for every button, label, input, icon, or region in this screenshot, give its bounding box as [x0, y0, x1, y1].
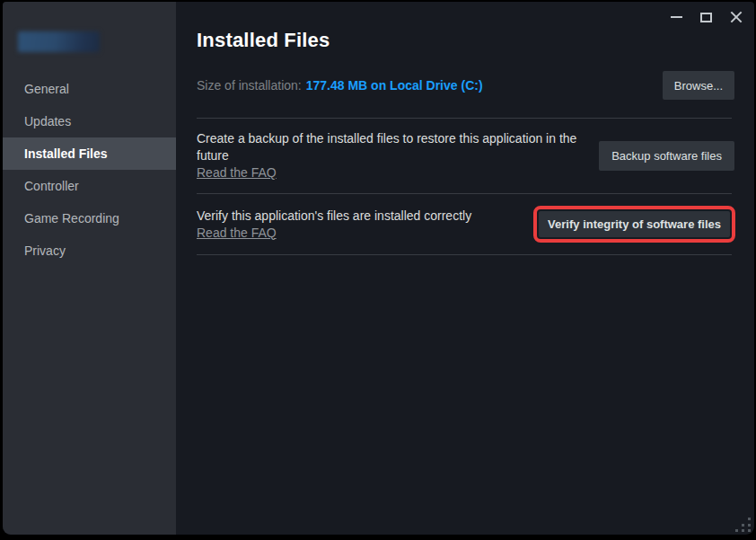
window-controls — [662, 6, 751, 28]
close-icon — [729, 10, 743, 24]
sidebar-item-general[interactable]: General — [3, 73, 176, 105]
backup-row: Create a backup of the installed files t… — [197, 119, 734, 193]
verify-text-block: Verify this application's files are inst… — [197, 208, 471, 242]
verify-faq-link[interactable]: Read the FAQ — [197, 225, 277, 241]
minimize-button[interactable] — [662, 6, 691, 28]
verify-description: Verify this application's files are inst… — [197, 208, 471, 225]
backup-software-files-button[interactable]: Backup software files — [599, 141, 734, 171]
sidebar-item-installed-files[interactable]: Installed Files — [3, 137, 176, 170]
maximize-icon — [700, 13, 712, 22]
maximize-button[interactable] — [691, 6, 721, 28]
main-panel: Installed Files Size of installation: 17… — [176, 2, 754, 535]
minimize-icon — [671, 16, 682, 18]
installed-files-content: Installed Files Size of installation: 17… — [176, 2, 754, 255]
verify-row: Verify this application's files are inst… — [197, 194, 734, 254]
sidebar-item-privacy[interactable]: Privacy — [3, 235, 176, 267]
app-title-redacted — [18, 31, 100, 52]
settings-sidebar: General Updates Installed Files Controll… — [3, 2, 176, 535]
size-label: Size of installation: — [197, 78, 302, 93]
red-annotation-box: Verify integrity of software files — [533, 206, 735, 243]
resize-grip[interactable] — [736, 517, 752, 532]
divider — [197, 254, 732, 255]
sidebar-item-updates[interactable]: Updates — [3, 105, 176, 137]
backup-faq-link[interactable]: Read the FAQ — [197, 164, 277, 181]
sidebar-item-controller[interactable]: Controller — [3, 170, 176, 202]
browse-button[interactable]: Browse... — [663, 71, 734, 100]
app-properties-window: General Updates Installed Files Controll… — [3, 2, 754, 535]
close-button[interactable] — [721, 6, 751, 28]
verify-integrity-button[interactable]: Verify integrity of software files — [539, 211, 730, 237]
page-title: Installed Files — [197, 29, 734, 52]
installation-size-row: Size of installation: 177.48 MB on Local… — [197, 71, 734, 100]
sidebar-item-game-recording[interactable]: Game Recording — [3, 202, 176, 235]
size-value: 177.48 MB on Local Drive (C:) — [306, 78, 483, 93]
backup-text-block: Create a backup of the installed files t… — [197, 130, 599, 181]
sidebar-nav: General Updates Installed Files Controll… — [3, 73, 176, 267]
backup-description: Create a backup of the installed files t… — [197, 130, 599, 164]
